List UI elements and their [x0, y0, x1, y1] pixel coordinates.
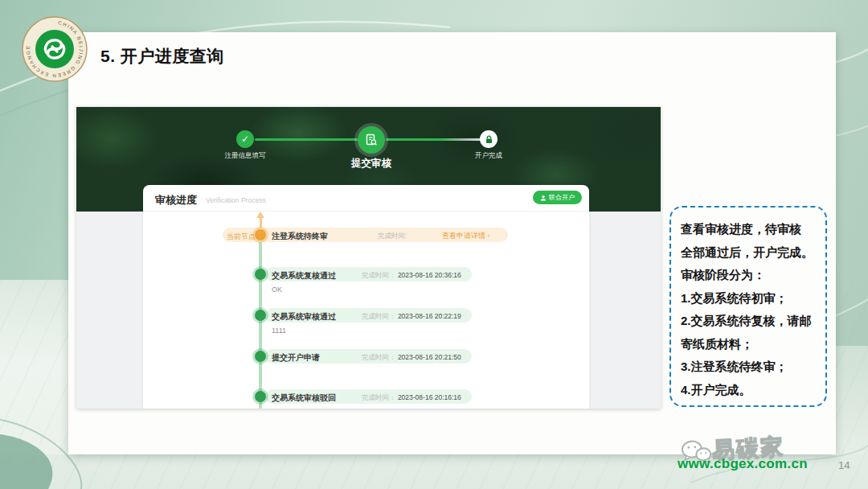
joint-account-button[interactable]: 联合开户: [533, 191, 582, 204]
timeline-row-time: 完成时间： 2023-08-16 20:16:16: [362, 393, 461, 403]
site-url: www.cbgex.com.cn: [678, 456, 808, 472]
annotation-box: 查看审核进度，待审核 全部通过后，开户完成。 审核阶段分为： 1.交易系统待初审…: [669, 206, 827, 407]
annotation-line: 1.交易系统待初审；: [681, 287, 817, 310]
lock-icon: [485, 135, 493, 144]
panel-divider: [143, 211, 589, 212]
time-label: 完成时间：: [362, 393, 396, 401]
annotation-line: 寄纸质材料；: [681, 333, 817, 356]
timeline-row-time: 完成时间： 2023-08-16 20:21:50: [362, 353, 461, 363]
timeline-row-time: 完成时间： 2023-08-16 20:36:16: [362, 271, 461, 281]
panel-title: 审核进度: [155, 193, 197, 208]
step-node-complete: [480, 130, 497, 148]
document-search-icon: [365, 134, 378, 146]
step-label-complete: 开户完成: [475, 151, 502, 161]
view-application-label: 查看申请详情: [442, 232, 485, 240]
annotation-line: 2.交易系统待复核，请邮: [681, 310, 817, 333]
check-icon: ✓: [241, 134, 249, 145]
chevron-right-icon: ›: [488, 232, 490, 240]
time-label: 完成时间:: [378, 232, 407, 240]
timeline-line: [259, 236, 262, 409]
timeline-row-title: 交易系统审核通过: [272, 311, 336, 323]
time-label: 完成时间：: [362, 271, 396, 279]
annotation-line: 审核阶段分为：: [681, 264, 817, 287]
annotation-line: 查看审核进度，待审核: [681, 218, 817, 241]
page-title: 5. 开户进度查询: [100, 45, 224, 68]
timeline-dot: [255, 391, 266, 402]
timeline-dot: [255, 351, 266, 362]
step-label-registration: 注册信息填写: [225, 151, 266, 161]
step-node-registration: ✓: [236, 130, 254, 148]
step-node-submit-review: [358, 126, 385, 154]
time-value: 2023-08-16 20:16:16: [398, 393, 461, 401]
timeline-dot: [255, 310, 266, 321]
annotation-line: 3.注登系统待终审；: [681, 355, 817, 379]
current-row-title: 注登系统待终审: [272, 231, 328, 242]
annotation-line: 4.开户完成。: [681, 379, 817, 402]
time-label: 完成时间：: [362, 312, 396, 320]
timeline-row-time: 完成时间： 2023-08-16 20:22:19: [362, 312, 461, 322]
step-label-submit-review: 提交审核: [351, 157, 391, 171]
current-row-time: 完成时间:: [378, 232, 407, 241]
time-value: 2023-08-16 20:36:16: [398, 271, 461, 279]
timeline-row-title: 交易系统复核通过: [272, 270, 336, 281]
stepper-connector-1: [255, 138, 358, 141]
time-value: 2023-08-16 20:22:19: [398, 312, 461, 320]
view-application-link[interactable]: 查看申请详情 ›: [442, 231, 490, 241]
page-number: 14: [838, 459, 850, 471]
timeline-row-note: OK: [272, 286, 282, 294]
verification-panel: 审核进度 Verification Process 联合开户 当前节点 注登系统…: [143, 185, 589, 409]
stepper-connector-2: [386, 138, 481, 141]
time-value: 2023-08-16 20:21:50: [398, 353, 461, 361]
embedded-screenshot: ✓ 注册信息填写 提交审核 开户完成: [76, 107, 661, 409]
person-icon: [540, 195, 547, 201]
cbgex-seal-logo: CHINA BEIJING GREEN EXCHANGE: [22, 16, 88, 82]
time-label: 完成时间：: [362, 353, 396, 361]
panel-subtitle: Verification Process: [206, 196, 266, 204]
annotation-line: 全部通过后，开户完成。: [681, 241, 817, 265]
timeline-row-title: 提交开户申请: [272, 352, 320, 364]
timeline-row-note: 111: [272, 407, 283, 409]
timeline-dot: [255, 269, 266, 280]
current-node-dot: [255, 229, 266, 240]
timeline-row-note: 1111: [272, 327, 286, 335]
joint-account-button-label: 联合开户: [549, 193, 575, 202]
current-node-tag: 当前节点: [227, 232, 256, 242]
timeline-row-title: 交易系统审核驳回: [272, 392, 336, 404]
slide: CHINA BEIJING GREEN EXCHANGE 5. 开户进度查询 ✓: [0, 0, 868, 489]
